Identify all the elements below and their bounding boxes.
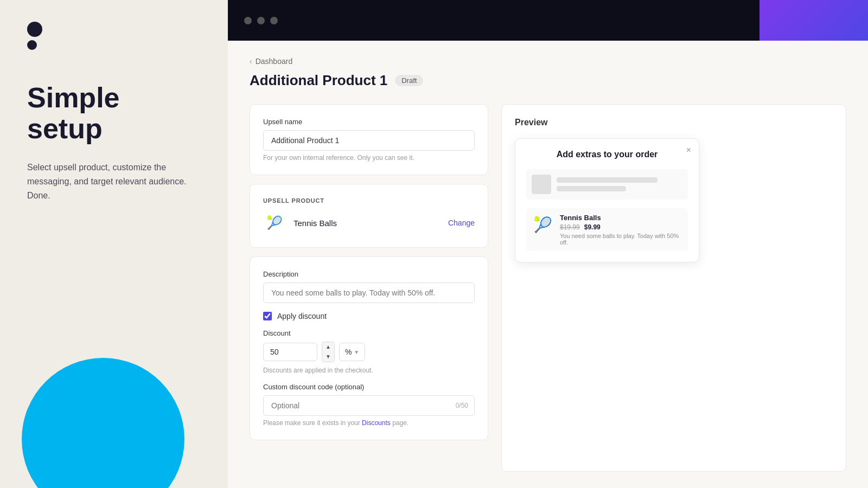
skeleton-lines [557, 177, 682, 191]
preview-card: Preview × Add extras to your order [501, 104, 846, 472]
discount-label: Discount [263, 329, 475, 337]
upsell-name-group: Upsell name For your own internal refere… [263, 118, 475, 162]
custom-discount-label: Custom discount code (optional) [263, 383, 475, 391]
upsell-name-card: Upsell name For your own internal refere… [250, 104, 488, 175]
skeleton-line-2 [557, 186, 626, 191]
stepper-down-button[interactable]: ▼ [322, 352, 334, 362]
upsell-name-label: Upsell name [263, 118, 475, 126]
preview-product-description: You need some balls to play. Today with … [560, 233, 682, 246]
upsell-name-hint: For your own internal reference. Only yo… [263, 154, 475, 162]
preview-product-details: Tennis Balls $19.99 $9.99 You need some … [560, 214, 682, 246]
preview-product-item: 🎾 Tennis Balls $19.99 $9.99 You need som… [526, 208, 688, 251]
main-area: ‹ Dashboard Additional Product 1 Draft U… [228, 0, 868, 488]
discount-value-input[interactable] [263, 343, 317, 361]
upsell-product-section-label: UPSELL PRODUCT [263, 197, 475, 204]
custom-discount-input-wrapper: 0/50 [263, 395, 475, 416]
page-title: Additional Product 1 [250, 72, 387, 89]
description-discount-card: Description Apply discount Discount [250, 256, 488, 440]
logo-dot-large [27, 22, 42, 37]
preview-modal: × Add extras to your order � [515, 138, 699, 262]
preview-section-label: Preview [515, 118, 833, 127]
left-column: Upsell name For your own internal refere… [250, 104, 488, 472]
preview-product-name: Tennis Balls [560, 214, 682, 222]
custom-discount-hint: Please make sure it exists in your Disco… [263, 419, 475, 427]
skeleton-line-1 [557, 177, 658, 183]
product-name: Tennis Balls [293, 219, 441, 228]
skeleton-row [526, 169, 688, 200]
discount-hint: Discounts are applied in the checkout. [263, 367, 475, 374]
apply-discount-checkbox[interactable] [263, 312, 272, 320]
two-column-layout: Upsell name For your own internal refere… [250, 104, 846, 472]
product-row: 🎾 Tennis Balls Change [263, 211, 475, 234]
right-column: Preview × Add extras to your order [501, 104, 846, 472]
description-input[interactable] [263, 282, 475, 303]
upsell-product-card: UPSELL PRODUCT 🎾 Tennis Balls Change [250, 184, 488, 248]
left-sidebar: Simple setup Select upsell product, cust… [0, 0, 228, 488]
discounts-page-link[interactable]: Discounts [362, 419, 391, 427]
draft-badge: Draft [395, 75, 423, 86]
custom-discount-group: Custom discount code (optional) 0/50 Ple… [263, 383, 475, 427]
apply-discount-label[interactable]: Apply discount [277, 312, 327, 320]
upsell-name-input[interactable] [263, 130, 475, 151]
preview-price-original: $19.99 [560, 223, 580, 231]
product-emoji: 🎾 [263, 211, 286, 234]
content-area: ‹ Dashboard Additional Product 1 Draft U… [228, 41, 868, 488]
nav-dot-2 [257, 17, 265, 24]
preview-modal-title: Add extras to your order [526, 150, 688, 159]
preview-product-emoji: 🎾 [532, 214, 553, 235]
top-right-accent [760, 0, 868, 41]
custom-discount-input[interactable] [263, 395, 475, 416]
discount-stepper: ▲ ▼ [322, 342, 335, 362]
discount-group: Discount ▲ ▼ % ▼ Discou [263, 329, 475, 374]
discount-type-chevron-icon: ▼ [354, 349, 359, 355]
description-group: Description [263, 270, 475, 303]
logo [27, 22, 201, 50]
apply-discount-row: Apply discount [263, 312, 475, 320]
breadcrumb-chevron-icon: ‹ [250, 57, 252, 66]
discount-row: ▲ ▼ % ▼ [263, 342, 475, 362]
stepper-up-button[interactable]: ▲ [322, 342, 334, 352]
change-product-button[interactable]: Change [448, 219, 475, 227]
discount-type-selector[interactable]: % ▼ [339, 343, 365, 361]
preview-product-prices: $19.99 $9.99 [560, 223, 682, 231]
preview-price-discounted: $9.99 [584, 223, 601, 231]
page-header: Additional Product 1 Draft [250, 72, 846, 89]
bottom-arc-container [0, 352, 228, 488]
breadcrumb-label: Dashboard [256, 57, 293, 66]
skeleton-img [532, 175, 551, 194]
logo-dot-small [27, 40, 37, 50]
description-label: Description [263, 270, 475, 278]
preview-close-icon[interactable]: × [686, 145, 691, 155]
nav-dot-1 [244, 17, 252, 24]
sidebar-desc: Select upsell product, customize the mes… [27, 160, 201, 202]
breadcrumb[interactable]: ‹ Dashboard [250, 57, 846, 66]
sidebar-heading: Simple setup [27, 82, 201, 144]
discount-type-value: % [345, 348, 352, 356]
nav-dot-3 [270, 17, 278, 24]
char-count: 0/50 [456, 402, 468, 409]
